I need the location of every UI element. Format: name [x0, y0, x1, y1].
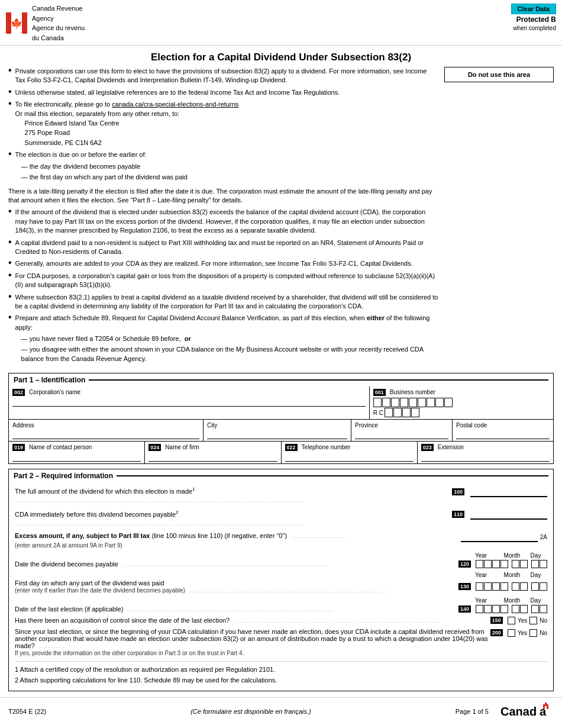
svg-rect-1: [22, 12, 27, 34]
date-120-y2[interactable]: [484, 560, 492, 568]
rc-box-3[interactable]: [402, 408, 411, 417]
instruction-5: • If the amount of the dividend that is …: [8, 208, 438, 235]
rc-box-1[interactable]: [385, 408, 393, 417]
rc-box-4[interactable]: [411, 408, 419, 417]
part2-content: The full amount of the dividend for whic…: [9, 482, 553, 690]
date-130-y2[interactable]: [484, 582, 492, 591]
date-120-y1[interactable]: [476, 560, 483, 568]
bullet-icon: •: [8, 292, 12, 311]
schedule-89-item-2: — you disagree with either the amount sh…: [21, 345, 438, 363]
line-150-label: Has there been an acquisition of control…: [15, 617, 490, 624]
line-140-right: 140: [458, 605, 547, 613]
corp-name-cell: 002 Corporation's name: [9, 386, 370, 419]
date-140-m1[interactable]: [512, 605, 519, 613]
instruction-1-text: Private corporations can use this form t…: [15, 67, 438, 85]
election-due-list: — the day the dividend becomes payable —…: [21, 162, 438, 182]
extension-input[interactable]: [421, 452, 550, 462]
line-150-yes-label: Yes: [518, 617, 527, 624]
address-input[interactable]: [12, 430, 199, 439]
date-120-d2[interactable]: [540, 560, 547, 568]
rc-label: R C: [373, 408, 550, 417]
line-150-no-box[interactable]: [529, 617, 537, 624]
line-200-no-box[interactable]: [529, 629, 537, 637]
rc-box-2[interactable]: [393, 408, 402, 417]
bn-box-8[interactable]: [435, 398, 444, 407]
date-130-d1[interactable]: [531, 582, 539, 591]
excess-sub: (enter amount 2A at amount 9A in Part 9): [15, 542, 122, 549]
bullet-icon: •: [8, 149, 12, 183]
bn-box-9[interactable]: [444, 398, 453, 407]
bn-box-4[interactable]: [400, 398, 408, 407]
date-140-d2[interactable]: [540, 605, 547, 613]
line-100-input[interactable]: [470, 487, 547, 494]
date-130-y3[interactable]: [492, 582, 500, 591]
date-120-d1[interactable]: [531, 560, 539, 568]
page-text: Page 1 of 5: [456, 708, 489, 715]
bn-box-2[interactable]: [382, 398, 390, 407]
corp-bn-row: 002 Corporation's name 001 Business numb…: [9, 386, 553, 419]
date-130-d2[interactable]: [540, 582, 547, 591]
bn-box-6[interactable]: [418, 398, 426, 407]
due-item-1: — the day the dividend becomes payable: [21, 162, 438, 171]
agency-en: Canada RevenueAgency: [32, 4, 85, 23]
month-header-3: Month: [499, 597, 525, 604]
date-120-y3[interactable]: [492, 560, 500, 568]
province-input[interactable]: [355, 430, 448, 439]
instruction-3: • To file electronically, please go to c…: [8, 100, 438, 147]
line-200-row: Since your last election, or since the b…: [15, 628, 547, 656]
line-110-right: 110: [452, 509, 547, 520]
date-120-boxes: [476, 560, 547, 568]
part1-title-line: [89, 379, 548, 381]
cra-link[interactable]: canada.ca/cra-special-elections-and-retu…: [112, 101, 238, 108]
line-140-code: 140: [458, 605, 471, 613]
bn-box-3[interactable]: [391, 398, 399, 407]
canada-flag-icon: 🍁: [6, 12, 27, 34]
line-200-code: 200: [490, 629, 503, 636]
month-header-2: Month: [499, 572, 525, 578]
date-140-m2[interactable]: [520, 605, 528, 613]
line-110-input[interactable]: [470, 509, 547, 516]
date-130-m2[interactable]: [520, 582, 528, 591]
date-120-y4[interactable]: [500, 560, 508, 568]
city-input[interactable]: [207, 430, 347, 439]
date-140-y3[interactable]: [492, 605, 500, 613]
date-120-m1[interactable]: [512, 560, 519, 568]
bn-box-7[interactable]: [427, 398, 435, 407]
firm-input[interactable]: [148, 452, 277, 462]
date-130-m1[interactable]: [512, 582, 519, 591]
firm-label: Name of firm: [165, 444, 199, 450]
bullet-icon: •: [8, 237, 12, 257]
bn-boxes: [373, 398, 550, 407]
top-right: Clear Data Protected B when completed: [511, 4, 556, 31]
instruction-9: • Where subsection 83(2.1) applies to tr…: [8, 293, 438, 311]
instruction-10: • Prepare and attach Schedule 89, Reques…: [8, 314, 438, 365]
bn-box-1[interactable]: [373, 398, 382, 407]
postal-input[interactable]: [456, 430, 550, 439]
date-140-d1[interactable]: [531, 605, 539, 613]
corp-name-input[interactable]: [12, 397, 366, 407]
date-140-y1[interactable]: [476, 605, 483, 613]
part2-title-line: [117, 475, 548, 476]
date-140-y2[interactable]: [484, 605, 492, 613]
line-200-yes-box[interactable]: [508, 629, 515, 637]
tel-label: Telephone number: [302, 444, 351, 450]
month-header: Month: [499, 552, 525, 559]
date-120-m2[interactable]: [520, 560, 528, 568]
date-130-y4[interactable]: [500, 582, 508, 591]
line-200-yes-label: Yes: [518, 630, 527, 636]
bullet-icon: •: [8, 87, 12, 97]
contact-input[interactable]: [12, 452, 141, 462]
line-100-code: 100: [452, 488, 464, 495]
form-title: Election for a Capital Dividend Under Su…: [0, 46, 562, 67]
clear-data-button[interactable]: Clear Data: [511, 4, 556, 14]
telephone-input[interactable]: [285, 452, 414, 462]
date-130-y1[interactable]: [476, 582, 483, 591]
line-150-yes-box[interactable]: [508, 617, 515, 624]
date-140-y4[interactable]: [500, 605, 508, 613]
canada-wordmark: Canad a: [500, 703, 554, 720]
bn-box-5[interactable]: [409, 398, 417, 407]
part2-header: Part 2 – Required information: [9, 469, 553, 482]
excess-label: Excess amount, if any, subject to Part I…: [15, 531, 457, 550]
line-150-no-label: No: [540, 617, 547, 624]
agency-name: Canada RevenueAgency Agence du revenudu …: [32, 4, 85, 43]
